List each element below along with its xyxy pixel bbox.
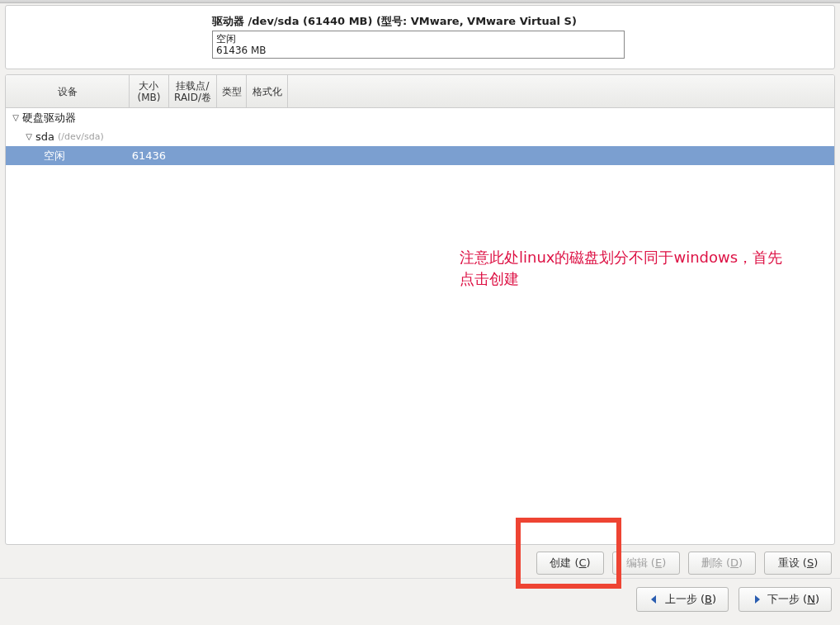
header-format[interactable]: 格式化 <box>247 75 288 107</box>
expander-icon[interactable]: ▽ <box>24 132 34 142</box>
wizard-nav-bar: 上一步 (B) 下一步 (N) <box>0 578 840 620</box>
tree-label: sda <box>35 130 54 143</box>
tree-row-sda[interactable]: ▽ sda (/dev/sda) <box>6 127 834 146</box>
tree-row-free[interactable]: 空闲 61436 <box>6 146 834 165</box>
arrow-left-icon <box>649 594 660 605</box>
tree-headers: 设备 大小(MB) 挂载点/RAID/卷 类型 格式化 <box>6 75 834 108</box>
tree-row-hard-drives[interactable]: ▽ 硬盘驱动器 <box>6 108 834 127</box>
create-button[interactable]: 创建 (C) <box>536 552 604 575</box>
back-button[interactable]: 上一步 (B) <box>636 587 729 612</box>
partition-bar-size: 61436 MB <box>216 45 621 56</box>
drive-summary-panel: 驱动器 /dev/sda (61440 MB) (型号: VMware, VMw… <box>5 5 835 69</box>
tree-body[interactable]: ▽ 硬盘驱动器 ▽ sda (/dev/sda) 空闲 61436 注意此处li… <box>6 108 834 544</box>
header-device[interactable]: 设备 <box>6 75 130 107</box>
window-titlebar <box>0 0 840 3</box>
drive-title: 驱动器 /dev/sda (61440 MB) (型号: VMware, VMw… <box>212 14 819 29</box>
partition-bar-label: 空闲 <box>216 33 621 45</box>
delete-button: 删除 (D) <box>688 552 756 575</box>
expander-icon[interactable]: ▽ <box>11 113 21 123</box>
tree-label: 硬盘驱动器 <box>22 111 76 125</box>
edit-button: 编辑 (E) <box>612 552 680 575</box>
tree-size: 61436 <box>130 149 169 162</box>
tree-label: 空闲 <box>44 149 65 163</box>
partition-action-bar: 创建 (C) 编辑 (E) 删除 (D) 重设 (S) <box>0 545 840 578</box>
partition-usage-bar: 空闲 61436 MB <box>212 31 625 59</box>
arrow-right-icon <box>751 594 762 605</box>
device-path: (/dev/sda) <box>58 131 104 142</box>
header-mount[interactable]: 挂载点/RAID/卷 <box>169 75 217 107</box>
header-size[interactable]: 大小(MB) <box>130 75 169 107</box>
reset-button[interactable]: 重设 (S) <box>764 552 832 575</box>
header-type[interactable]: 类型 <box>217 75 247 107</box>
partition-tree-panel: 设备 大小(MB) 挂载点/RAID/卷 类型 格式化 ▽ 硬盘驱动器 ▽ sd… <box>5 74 835 545</box>
next-button[interactable]: 下一步 (N) <box>739 587 832 612</box>
annotation-text: 注意此处linux的磁盘划分不同于windows，首先 点击创建 <box>460 247 782 290</box>
